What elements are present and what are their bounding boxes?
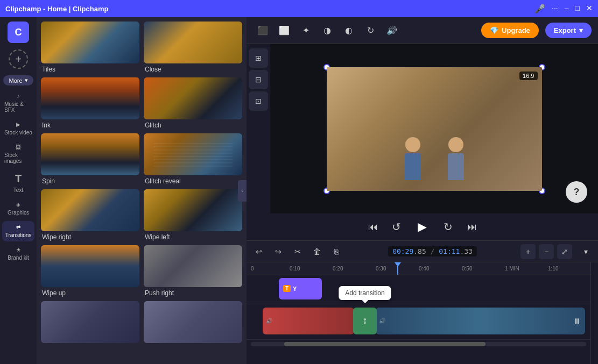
screen-button[interactable]: ⊡	[249, 91, 268, 111]
rewind-button[interactable]: ↺	[388, 218, 405, 235]
sidebar-label-music-sfx: Music & SFX	[4, 101, 32, 113]
zoom-in-button[interactable]: +	[520, 244, 536, 259]
transition-name-spin: Spin	[41, 177, 139, 185]
sidebar-item-transitions[interactable]: ⇄ Transitions	[2, 221, 34, 241]
video-content	[327, 67, 542, 191]
export-button[interactable]: Export ▾	[545, 23, 592, 38]
sidebar-item-stock-images[interactable]: 🖼 Stock images	[2, 141, 34, 167]
play-button[interactable]: ▶	[412, 216, 433, 238]
timeline-tracks: 0 0:10 0:20 0:30 0:40 0:50 1 MIN 1:10	[247, 262, 590, 364]
sidebar-item-graphics[interactable]: ◈ Graphics	[2, 198, 34, 219]
audio-button[interactable]: 🔊	[382, 21, 402, 40]
mic-icon[interactable]: 🎤	[534, 4, 545, 14]
cut-button[interactable]: ✂	[290, 244, 306, 260]
diamond-icon: 💎	[490, 26, 498, 34]
playback-controls: ⏮ ↺ ▶ ↻ ⏭	[247, 213, 598, 240]
zoom-out-button[interactable]: −	[539, 244, 554, 259]
video-preview	[327, 67, 542, 191]
more-label: More	[9, 77, 22, 84]
transition-item-close[interactable]: Close	[144, 22, 242, 73]
app-logo-text: Clipchamp - Home | Clipchamp	[5, 5, 108, 13]
transition-item-wipe-right[interactable]: Wipe right	[41, 189, 139, 241]
close-button[interactable]: ✕	[586, 4, 593, 14]
timeline-area: ↩ ↪ ✂ 🗑 ⎘ 00:29.85 / 01:11.33 + − ⤢ ▾	[247, 240, 598, 364]
current-time-sub: .85	[413, 247, 426, 255]
transition-name-push-right: Push right	[144, 289, 242, 297]
scrollbar-thumb[interactable]	[284, 342, 486, 346]
more-icon[interactable]: ···	[552, 4, 558, 14]
resize-button[interactable]: ⬜	[275, 21, 294, 40]
transition-marker[interactable]: Add transition ↕	[353, 308, 377, 334]
copy-button[interactable]: ⎘	[328, 244, 344, 260]
sidebar-item-music-sfx[interactable]: ♪ Music & SFX	[2, 90, 34, 116]
minimize-button[interactable]: –	[565, 4, 569, 14]
transition-thumb-glitch	[144, 77, 242, 119]
export-chevron-icon: ▾	[579, 26, 583, 34]
sidebar-item-text[interactable]: T Text	[2, 169, 34, 196]
transition-name-wipe-left: Wipe left	[144, 233, 242, 241]
transition-item-wipe-left[interactable]: Wipe left	[144, 189, 242, 241]
split-button[interactable]: ⊟	[249, 70, 268, 89]
transition-item-ink[interactable]: Ink	[41, 77, 139, 129]
upgrade-button[interactable]: 💎 Upgrade	[481, 23, 539, 38]
transitions-icon: ⇄	[16, 224, 20, 230]
video-clip-2[interactable]: 🔊 ⏸	[376, 308, 585, 334]
window-title: Clipchamp - Home | Clipchamp	[5, 5, 108, 13]
time-separator: /	[431, 247, 439, 255]
transition-item-wipe-up[interactable]: Wipe up	[41, 245, 139, 297]
layers-button[interactable]: ⊞	[249, 48, 268, 68]
ruler-mark-1min: 1 MIN	[505, 266, 519, 272]
transform-button[interactable]: ✦	[296, 21, 315, 40]
figure-right	[440, 137, 472, 191]
current-time: 00:29	[392, 247, 413, 255]
transition-cursor-icon: ↕	[363, 315, 368, 326]
transition-name-glitch: Glitch	[144, 122, 242, 129]
transition-item-extra1[interactable]	[41, 301, 139, 345]
transition-item-spin[interactable]: Spin	[41, 133, 139, 185]
help-button[interactable]: ?	[566, 181, 587, 203]
crop-button[interactable]: ⬛	[253, 21, 272, 40]
sidebar-label-transitions: Transitions	[5, 232, 32, 238]
transition-item-tiles[interactable]: Tiles	[41, 22, 139, 73]
more-button[interactable]: More ▾	[3, 75, 33, 85]
collapse-timeline-button[interactable]: ▾	[578, 244, 594, 260]
transition-item-glitch-reveal[interactable]: Glitch reveal	[144, 133, 242, 185]
redo-button[interactable]: ↪	[270, 244, 286, 260]
ruler-mark-0: 0	[251, 266, 254, 272]
sidebar-label-stock-images: Stock images	[4, 152, 32, 164]
text-track-block[interactable]: T Y	[279, 278, 322, 299]
transition-item-extra2[interactable]	[144, 301, 242, 345]
sidebar-label-brand-kit: Brand kit	[8, 255, 29, 261]
sidebar-item-stock-video[interactable]: ▶ Stock video	[2, 118, 34, 139]
video-clip-1[interactable]: 🔊	[263, 308, 354, 334]
timeline-right-panel	[590, 262, 598, 364]
timeline-scrollbar[interactable]	[251, 342, 586, 346]
sidebar: C + More ▾ ♪ Music & SFX ▶ Stock video 🖼…	[0, 17, 37, 364]
text-icon: T	[15, 173, 22, 185]
sidebar-item-brand-kit[interactable]: ★ Brand kit	[2, 244, 34, 264]
transition-item-glitch[interactable]: Glitch	[144, 77, 242, 129]
color-button[interactable]: ◑	[318, 21, 337, 40]
transition-item-push-right[interactable]: Push right	[144, 245, 242, 297]
timeline-content: 0 0:10 0:20 0:30 0:40 0:50 1 MIN 1:10	[247, 262, 598, 364]
ruler-mark-50: 0:50	[462, 266, 472, 272]
transition-name-glitch-reveal: Glitch reveal	[144, 177, 242, 185]
transitions-grid: TilesCloseInkGlitchSpinGlitch revealWipe…	[37, 17, 247, 364]
skip-back-button[interactable]: ⏮	[364, 218, 382, 235]
text-track-label: Y	[293, 286, 297, 292]
playhead[interactable]	[397, 262, 398, 275]
delete-button[interactable]: 🗑	[309, 244, 325, 260]
speed-button[interactable]: ↻	[361, 21, 380, 40]
forward-button[interactable]: ↻	[440, 218, 457, 235]
skip-forward-button[interactable]: ⏭	[463, 218, 481, 235]
app-logo[interactable]: C	[8, 22, 29, 43]
maximize-button[interactable]: □	[575, 4, 580, 14]
expand-button[interactable]: ⤢	[557, 244, 572, 259]
undo-button[interactable]: ↩	[251, 244, 267, 260]
add-content-button[interactable]: +	[9, 49, 28, 69]
current-time-display: 00:29.85 / 01:11.33	[388, 246, 477, 256]
panel-collapse-button[interactable]: ‹	[238, 180, 247, 202]
window-controls: 🎤 ··· – □ ✕	[534, 4, 593, 14]
clip2-volume-icon: 🔊	[379, 318, 385, 324]
filter-button[interactable]: ◐	[339, 21, 358, 40]
